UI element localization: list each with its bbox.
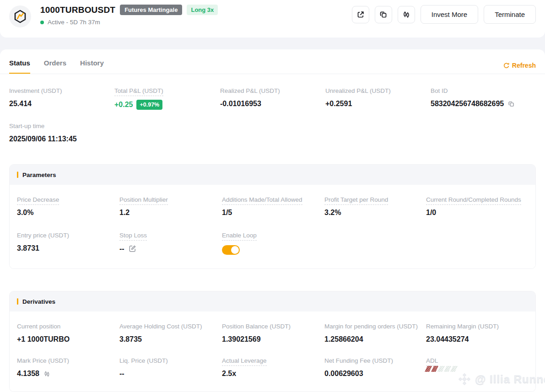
bot-id-value: 583204256748682695 xyxy=(431,100,504,108)
deriv-value: 23.04435274 xyxy=(426,335,528,344)
deriv-net-funding-fee: Net Funding Fee (USDT) 0.00629603 xyxy=(324,357,426,378)
refresh-label: Refresh xyxy=(512,62,536,69)
param-label: Price Decrease xyxy=(17,196,59,205)
copy-icon[interactable] xyxy=(507,100,515,108)
deriv-label: Margin for pending orders (USDT) xyxy=(324,323,426,330)
stop-loss-value: -- xyxy=(119,245,124,253)
deriv-label: ADL xyxy=(426,357,438,366)
deriv-liq-price: Liq. Price (USDT) -- xyxy=(119,357,222,378)
edit-icon[interactable] xyxy=(128,244,137,253)
deriv-position-balance: Position Balance (USDT) 1.39021569 xyxy=(222,323,324,344)
derivatives-section: Derivatives Current position +1 1000TURB… xyxy=(9,291,536,392)
deriv-label: Remaining Margin (USDT) xyxy=(426,323,528,330)
candlestick-icon xyxy=(402,10,411,19)
deriv-avg-holding-cost: Average Holding Cost (USDT) 3.8735 xyxy=(119,323,222,344)
tab-history[interactable]: History xyxy=(80,59,104,74)
param-value: 1/5 xyxy=(222,209,324,217)
param-value: 3.2% xyxy=(324,209,426,217)
deriv-label: Net Funding Fee (USDT) xyxy=(324,357,426,364)
adl-bar xyxy=(450,366,458,372)
stat-value: +0.2591 xyxy=(325,100,431,108)
candlestick-icon[interactable] xyxy=(43,370,51,378)
stat-bot-id: Bot ID 583204256748682695 xyxy=(431,87,536,110)
copy-icon xyxy=(379,10,388,19)
param-value: 1/0 xyxy=(426,209,528,217)
bot-side-leverage-badge: Long 3x xyxy=(187,5,218,15)
param-stop-loss: Stop Loss -- xyxy=(119,232,222,255)
stat-investment: Investment (USDT) 25.414 xyxy=(9,87,114,110)
chart-button[interactable] xyxy=(398,6,415,23)
section-title: Parameters xyxy=(22,172,56,178)
tab-status[interactable]: Status xyxy=(9,59,30,74)
deriv-pending-margin: Margin for pending orders (USDT) 1.25866… xyxy=(324,323,426,344)
stat-label: Total P&L (USDT) xyxy=(114,87,163,96)
stat-value: 25.414 xyxy=(9,100,114,108)
section-title: Derivatives xyxy=(22,298,55,305)
derivatives-section-header: Derivatives xyxy=(10,291,535,311)
refresh-icon xyxy=(503,62,510,69)
deriv-value: -- xyxy=(119,370,222,378)
external-link-icon xyxy=(356,10,365,19)
deriv-label: Mark Price (USDT) xyxy=(17,357,119,364)
section-accent-bar xyxy=(17,298,18,305)
terminate-button[interactable]: Terminate xyxy=(484,5,536,24)
bot-logo xyxy=(9,5,31,27)
stat-value: -0.01016953 xyxy=(220,100,325,108)
param-entry-price: Entry price (USDT) 3.8731 xyxy=(17,232,119,255)
parameters-section: Parameters Price Decrease 3.0% Position … xyxy=(9,164,536,269)
total-pnl-percent-badge: +0.97% xyxy=(136,100,162,110)
enable-loop-toggle[interactable] xyxy=(222,245,240,255)
deriv-value: 3.8735 xyxy=(119,335,222,344)
tab-orders[interactable]: Orders xyxy=(44,59,66,74)
active-status-dot xyxy=(40,21,44,24)
stat-realized-pnl: Realized P&L (USDT) -0.01016953 xyxy=(220,87,325,110)
deriv-value: 1.39021569 xyxy=(222,335,324,344)
section-accent-bar xyxy=(17,172,18,178)
param-profit-target: Profit Target per Round 3.2% xyxy=(324,196,426,217)
param-label: Position Multiplier xyxy=(119,196,168,205)
deriv-label: Liq. Price (USDT) xyxy=(119,357,222,364)
stat-label: Bot ID xyxy=(431,87,536,94)
deriv-current-position: Current position +1 1000TURBO xyxy=(17,323,119,344)
deriv-label: Average Holding Cost (USDT) xyxy=(119,323,222,330)
stat-label: Start-up time xyxy=(9,123,536,129)
deriv-mark-price: Mark Price (USDT) 4.1358 xyxy=(17,357,119,378)
adl-indicator xyxy=(426,366,528,372)
active-status-text: Active - 5D 7h 37m xyxy=(48,19,100,26)
stat-label: Realized P&L (USDT) xyxy=(220,87,325,94)
deriv-label: Actual Leverage xyxy=(222,357,267,366)
param-value: 3.8731 xyxy=(17,244,119,252)
tab-bar: Status Orders History xyxy=(9,49,536,74)
refresh-button[interactable]: Refresh xyxy=(503,62,536,69)
deriv-value: +1 1000TURBO xyxy=(17,335,119,344)
share-button[interactable] xyxy=(352,6,369,23)
param-additions: Additions Made/Total Allowed 1/5 xyxy=(222,196,324,217)
stat-label: Unrealized P&L (USDT) xyxy=(325,87,431,94)
stat-label: Investment (USDT) xyxy=(9,87,114,94)
bot-symbol-title: 1000TURBOUSDT xyxy=(40,5,115,15)
bot-header: 1000TURBOUSDT Futures Martingale Long 3x… xyxy=(0,0,545,38)
param-value: 1.2 xyxy=(119,209,222,217)
deriv-value: 2.5x xyxy=(222,370,324,378)
param-label: Stop Loss xyxy=(119,232,147,241)
deriv-value: 1.25866204 xyxy=(324,335,426,344)
deriv-adl: ADL xyxy=(426,357,528,378)
param-label: Current Round/Completed Rounds xyxy=(426,196,521,205)
stat-total-pnl: Total P&L (USDT) +0.25 +0.97% xyxy=(114,87,220,110)
status-stats-row: Investment (USDT) 25.414 Total P&L (USDT… xyxy=(9,87,536,110)
mark-price-value: 4.1358 xyxy=(17,370,39,378)
bot-type-badge: Futures Martingale xyxy=(120,5,182,15)
deriv-remaining-margin: Remaining Margin (USDT) 23.04435274 xyxy=(426,323,528,344)
stat-unrealized-pnl: Unrealized P&L (USDT) +0.2591 xyxy=(325,87,431,110)
copy-bot-button[interactable] xyxy=(375,6,392,23)
param-position-multiplier: Position Multiplier 1.2 xyxy=(119,196,222,217)
bot-detail-panel: Status Orders History Refresh Investment… xyxy=(0,49,545,392)
total-pnl-value: +0.25 xyxy=(114,101,133,109)
param-current-round: Current Round/Completed Rounds 1/0 xyxy=(426,196,528,217)
param-label: Enable Loop xyxy=(222,232,257,241)
parameters-section-header: Parameters xyxy=(10,165,535,185)
deriv-value: 0.00629603 xyxy=(324,370,426,378)
param-enable-loop: Enable Loop xyxy=(222,232,324,255)
deriv-label: Current position xyxy=(17,323,119,330)
invest-more-button[interactable]: Invest More xyxy=(421,5,478,24)
